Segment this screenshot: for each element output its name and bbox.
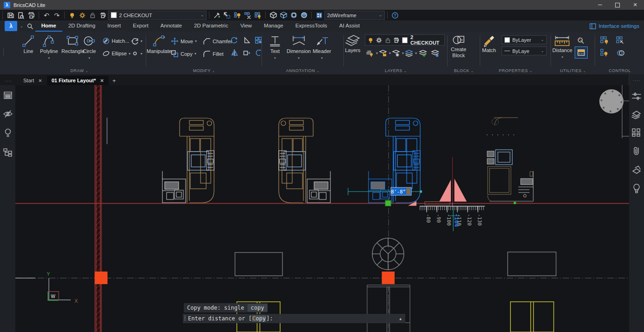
checkout-fixture-2[interactable]: [279, 118, 330, 203]
balloon-icon[interactable]: [632, 183, 641, 193]
layers-button[interactable]: Layers: [344, 33, 361, 53]
model-space[interactable]: -80 -90 -100 -110 -120 -130 -104 8'-8" Y…: [15, 85, 629, 332]
eye-slash-icon[interactable]: [3, 109, 13, 119]
layer-new-button[interactable]: [431, 49, 439, 57]
chevron-down-icon[interactable]: ▾: [321, 55, 323, 61]
select-similar-icon[interactable]: [222, 11, 232, 20]
ribbon-search-icon[interactable]: [25, 21, 35, 31]
isometric-view-icon[interactable]: [268, 11, 278, 20]
match-button[interactable]: Match: [482, 33, 496, 53]
copy-button[interactable]: Copy▾: [171, 50, 196, 58]
taper-button[interactable]: [243, 36, 251, 44]
layer-selector[interactable]: 2 CHECKOUT ⌄: [108, 11, 207, 20]
hatched-column[interactable]: [95, 85, 101, 332]
visual-style-icon[interactable]: [314, 11, 324, 20]
layer-plot-icon[interactable]: [98, 11, 108, 20]
layer-freeze-button[interactable]: ▾: [392, 49, 404, 57]
chevron-down-icon[interactable]: ▾: [88, 55, 90, 61]
preview-icon[interactable]: [16, 11, 26, 20]
structure-tree-icon[interactable]: [3, 147, 13, 157]
tab-expresstools[interactable]: ExpressTools: [289, 20, 333, 32]
pick-properties-icon[interactable]: [212, 11, 222, 20]
create-block-button[interactable]: Create Block: [451, 33, 466, 59]
checkout-fixture-faint[interactable]: [487, 118, 533, 204]
polyline-button[interactable]: Polyline ▾: [40, 33, 58, 61]
command-input[interactable]: Enter distance or [Copy]: ▲: [183, 314, 405, 323]
toolbar-drag-handle[interactable]: [2, 12, 4, 19]
mirror-button[interactable]: [230, 49, 238, 57]
layer-freeze-icon[interactable]: [77, 11, 87, 20]
docbar-menu-icon[interactable]: ····: [5, 79, 12, 83]
control-isolate-button[interactable]: [600, 49, 609, 57]
isolate-objects-icon[interactable]: [232, 11, 242, 20]
new-tab-button[interactable]: +: [108, 76, 120, 85]
help-icon[interactable]: ?: [390, 11, 400, 20]
tab-home[interactable]: Home: [35, 20, 62, 32]
save-icon[interactable]: [6, 11, 16, 20]
manipulate-button[interactable]: Manipulate: [147, 33, 172, 54]
table-rectangle[interactable]: [508, 252, 556, 276]
panel-label-draw[interactable]: DRAW⌄: [13, 68, 146, 73]
render-view-icon[interactable]: [299, 11, 309, 20]
text-button[interactable]: Text ▾: [268, 33, 282, 61]
interface-settings-button[interactable]: Interface settings: [590, 20, 644, 32]
print-icon[interactable]: [26, 11, 36, 20]
view-modes-icon[interactable]: [288, 11, 299, 20]
tab-start[interactable]: Start ✕: [19, 76, 47, 85]
orbit-view-icon[interactable]: [278, 11, 288, 20]
id-point-button[interactable]: [577, 36, 585, 45]
control-visibility-button[interactable]: [600, 36, 609, 45]
yellow-cabinet[interactable]: [510, 302, 554, 332]
app-menu-chevron-icon[interactable]: ⌄: [20, 24, 23, 28]
chamfer-button[interactable]: Chamfer: [202, 37, 232, 45]
rotate-button[interactable]: [230, 36, 238, 44]
panels-icon[interactable]: [3, 91, 13, 100]
color-selector[interactable]: ByLayer ⌄: [502, 35, 547, 44]
tab-insert[interactable]: Insert: [101, 20, 127, 32]
maximize-button[interactable]: [609, 0, 626, 10]
panel-label-block[interactable]: BLOCK⌄: [448, 68, 480, 73]
lightbulb-icon[interactable]: [3, 128, 13, 138]
alert-square[interactable]: [382, 272, 395, 284]
round-column-symbol[interactable]: [372, 238, 404, 270]
visual-style-selector[interactable]: 2dWireframe ⌄: [324, 11, 385, 20]
circle-button[interactable]: Circle ▾: [82, 33, 97, 61]
red-datum-line[interactable]: [15, 203, 629, 204]
close-button[interactable]: ✕: [626, 0, 644, 10]
tab-view[interactable]: View: [234, 20, 258, 32]
minimize-button[interactable]: [591, 0, 609, 10]
tab-ai-assist[interactable]: AI Assist: [333, 20, 366, 32]
panel-label-annotation[interactable]: ANNOTATION⌄: [262, 68, 343, 73]
revision-cloud-button[interactable]: ▾: [131, 37, 142, 45]
table-rectangle[interactable]: [235, 252, 282, 276]
chevron-down-icon[interactable]: ▾: [298, 55, 300, 61]
undo-icon[interactable]: ↶: [41, 11, 52, 20]
grip-point[interactable]: [385, 200, 391, 206]
ellipse-button[interactable]: Ellipse▾: [102, 50, 130, 57]
panel-label-utilities[interactable]: UTILITIES⌄: [551, 68, 595, 73]
rectangle-button[interactable]: Rectangle: [61, 33, 85, 54]
fillet-button[interactable]: Fillet: [202, 50, 223, 58]
quick-calc-button[interactable]: [575, 46, 588, 59]
show-objects-icon[interactable]: [253, 11, 263, 20]
layer-states-button[interactable]: ▾: [405, 49, 417, 57]
layer-lock-icon[interactable]: [87, 11, 98, 20]
rightbar-menu-icon[interactable]: ····: [633, 78, 640, 83]
layer-check-button[interactable]: [419, 49, 427, 57]
distance-button[interactable]: Distance ▾: [552, 33, 572, 60]
layer-isolate-button[interactable]: ▾: [366, 49, 378, 57]
dimension-button[interactable]: Dimension ▾: [287, 33, 311, 61]
tab-2d-parametric[interactable]: 2D Parametric: [188, 20, 235, 32]
control-overlay-button[interactable]: [616, 49, 625, 57]
stretch-button[interactable]: [243, 49, 251, 57]
move-button[interactable]: Move▾: [171, 37, 197, 45]
layers-panel-icon[interactable]: [631, 110, 642, 119]
control-select-button[interactable]: [616, 36, 625, 45]
mleader-button[interactable]: Mleader ▾: [313, 33, 331, 61]
alert-square[interactable]: [95, 272, 108, 284]
drawing-canvas[interactable]: -80 -90 -100 -110 -120 -130 -104 8'-8" Y…: [15, 85, 629, 332]
properties-sliders-icon[interactable]: [631, 92, 642, 101]
chevron-down-icon[interactable]: ▾: [274, 55, 276, 61]
close-icon[interactable]: ✕: [38, 78, 42, 83]
command-drag-handle[interactable]: [184, 316, 186, 321]
